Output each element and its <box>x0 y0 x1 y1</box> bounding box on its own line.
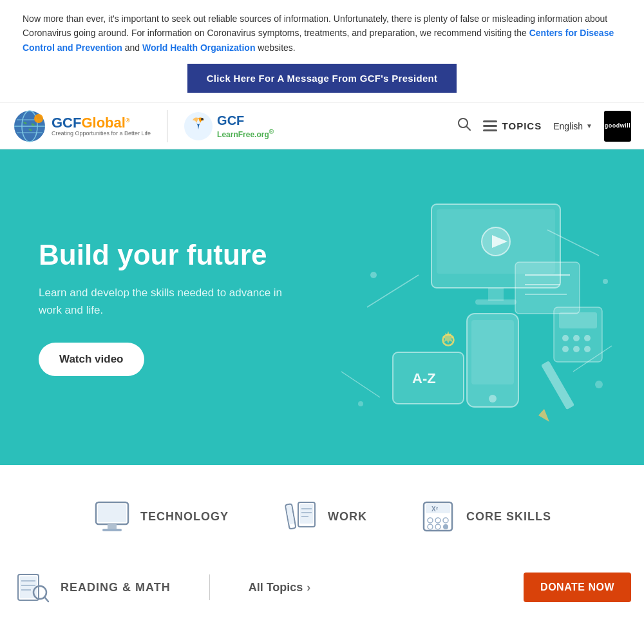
hero-section: Build your future Learn and develop the … <box>0 149 644 465</box>
svg-point-60 <box>443 518 448 523</box>
svg-marker-30 <box>538 409 549 422</box>
svg-point-37 <box>573 346 580 352</box>
hero-illustration: A-Z <box>328 178 625 436</box>
technology-category[interactable]: TECHNOLOGY <box>93 497 229 536</box>
svg-line-13 <box>341 372 380 397</box>
categories-bottom-row: READING & MATH All Topics › DONATE NOW <box>13 562 631 620</box>
alert-banner: Now more than ever, it's important to se… <box>0 0 644 103</box>
svg-point-63 <box>443 524 448 529</box>
topics-label: TOPICS <box>502 120 542 131</box>
svg-text:X²: X² <box>431 506 439 513</box>
svg-point-61 <box>428 524 433 529</box>
svg-point-42 <box>595 381 603 388</box>
hero-content: Build your future Learn and develop the … <box>39 239 283 376</box>
svg-point-41 <box>603 279 608 284</box>
svg-rect-20 <box>515 262 580 314</box>
svg-point-59 <box>435 518 440 523</box>
gcfglobal-text: GCFGlobal® Creating Opportunities for a … <box>52 115 151 137</box>
svg-point-40 <box>370 272 377 278</box>
categories-section: TECHNOLOGY WORK X² <box>0 465 644 632</box>
all-topics-link[interactable]: All Topics › <box>249 581 311 594</box>
svg-line-9 <box>466 126 470 130</box>
svg-point-43 <box>358 401 363 406</box>
gcfglobal-logo[interactable]: GCFGlobal® Creating Opportunities for a … <box>13 109 151 143</box>
svg-rect-29 <box>541 361 574 410</box>
alert-text-3: websites. <box>255 43 295 53</box>
svg-rect-19 <box>475 299 516 305</box>
navbar: GCFGlobal® Creating Opportunities for a … <box>0 103 644 149</box>
reading-math-icon <box>13 568 52 607</box>
svg-rect-25 <box>471 320 514 384</box>
topics-menu[interactable]: TOPICS <box>483 120 542 131</box>
svg-line-70 <box>44 597 48 601</box>
svg-rect-32 <box>559 312 597 328</box>
hamburger-icon <box>483 120 497 131</box>
monitor-icon <box>93 497 131 536</box>
svg-point-33 <box>562 335 569 341</box>
technology-label: TECHNOLOGY <box>140 510 229 524</box>
nav-logos: GCFGlobal® Creating Opportunities for a … <box>13 109 457 143</box>
core-skills-category[interactable]: X² CORE SKILLS <box>419 497 551 536</box>
all-topics-label: All Topics <box>249 581 303 594</box>
svg-point-36 <box>562 346 569 352</box>
work-icon <box>280 497 319 536</box>
gcfglobal-tagline: Creating Opportunities for a Better Life <box>52 131 151 137</box>
svg-point-5 <box>34 114 43 123</box>
svg-point-62 <box>435 524 440 529</box>
alert-cta-button[interactable]: Click Here For A Message From GCF's Pres… <box>187 64 457 93</box>
svg-rect-51 <box>300 504 313 524</box>
work-label: WORK <box>328 510 367 524</box>
svg-point-7 <box>201 118 204 120</box>
search-icon[interactable] <box>457 117 471 135</box>
reading-math-label: READING & MATH <box>61 581 171 594</box>
categories-top-row: TECHNOLOGY WORK X² <box>13 497 631 536</box>
svg-point-58 <box>428 518 433 523</box>
core-skills-icon: X² <box>419 497 457 536</box>
nav-right: TOPICS English ▼ goodwill <box>457 111 631 142</box>
chevron-down-icon: ▼ <box>586 122 592 129</box>
chevron-right-icon: › <box>307 581 310 594</box>
core-skills-label: CORE SKILLS <box>466 510 551 524</box>
svg-point-26 <box>489 395 497 402</box>
category-divider <box>209 574 210 600</box>
hero-subtitle: Learn and develop the skills needed to a… <box>39 284 283 319</box>
svg-point-38 <box>584 346 591 352</box>
globe-icon <box>13 109 46 143</box>
learnfree-text: GCF LearnFree.org® <box>217 113 274 139</box>
svg-line-10 <box>367 275 419 307</box>
svg-rect-56 <box>426 504 450 513</box>
alert-text-2: and <box>122 43 142 53</box>
svg-rect-18 <box>488 288 504 301</box>
svg-rect-45 <box>98 504 126 522</box>
donate-button[interactable]: DONATE NOW <box>524 573 631 602</box>
goodwill-label: goodwill <box>605 122 631 129</box>
who-link[interactable]: World Health Organization <box>142 43 256 53</box>
svg-rect-46 <box>108 524 117 529</box>
learnfree-bird-icon <box>184 111 213 141</box>
svg-text:A-Z: A-Z <box>412 370 436 386</box>
work-category[interactable]: WORK <box>280 497 367 536</box>
language-label: English <box>553 121 583 131</box>
language-selector[interactable]: English ▼ <box>553 121 592 131</box>
reading-math-category[interactable]: READING & MATH <box>13 568 171 607</box>
svg-point-35 <box>584 335 591 341</box>
svg-rect-47 <box>102 529 122 531</box>
goodwill-badge[interactable]: goodwill <box>604 111 631 142</box>
svg-point-34 <box>573 335 580 341</box>
alert-text-1: Now more than ever, it's important to se… <box>23 14 607 38</box>
logo-divider <box>167 110 167 142</box>
hero-title: Build your future <box>39 239 283 272</box>
learnfree-logo[interactable]: GCF LearnFree.org® <box>184 111 274 141</box>
watch-video-button[interactable]: Watch video <box>39 343 144 376</box>
